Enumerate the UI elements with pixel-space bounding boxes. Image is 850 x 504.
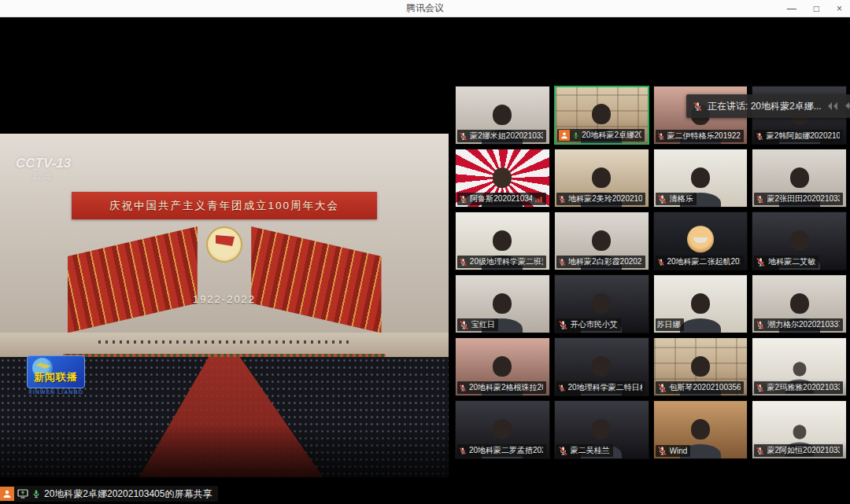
participant-name: 蒙二伊特格乐20192202252: [667, 131, 741, 142]
mic-muted-icon: [459, 194, 468, 204]
participant-tile[interactable]: 地科蒙2白彩霞20202103...: [554, 212, 649, 270]
mic-muted-icon: [558, 320, 568, 330]
participant-label: 阿鲁斯20202103410: [457, 193, 546, 205]
participant-tile[interactable]: 20地科蒙二罗孟措202021...: [455, 400, 550, 459]
mic-muted-icon: [756, 194, 764, 204]
mic-muted-icon: [558, 194, 566, 204]
participant-tile[interactable]: 地科蒙二艾敏: [752, 212, 847, 270]
participant-name: 地科蒙二艾敏: [768, 256, 815, 267]
mic-muted-icon: [657, 383, 667, 393]
mic-muted-icon: [756, 131, 763, 142]
mic-muted-icon: [756, 320, 765, 330]
ceremony-banner: 庆祝中国共产主义青年团成立100周年大会: [72, 192, 377, 219]
participant-tile[interactable]: 宝红日: [455, 274, 550, 333]
screen-share-status-text: 20地科蒙2卓娜20202103405的屏幕共享: [44, 487, 212, 501]
participant-label: 20地科蒙2卓娜20202...: [557, 129, 645, 142]
maximize-button[interactable]: □: [811, 0, 822, 17]
participant-tile[interactable]: Wind: [653, 400, 748, 459]
participant-name: 阿鲁斯20202103410: [470, 193, 532, 204]
speaking-indicator: 正在讲话: 20地科蒙2卓娜...: [686, 94, 850, 118]
forward-arrows-icon[interactable]: [826, 101, 839, 112]
participant-name: 宝红日: [471, 319, 495, 330]
participant-name: 地科蒙2白彩霞20202103...: [568, 256, 641, 267]
participant-name: 蒙2阿如恒20202103379: [767, 445, 840, 456]
mic-muted-icon: [657, 194, 667, 204]
participant-tile[interactable]: 阿鲁斯20202103410: [455, 149, 550, 208]
participant-label: 开心市民小艾: [556, 318, 621, 331]
participant-name: 20地科蒙2卓娜20202...: [582, 130, 641, 141]
participant-label: 包斯琴20202100356: [656, 381, 745, 394]
ceremony-banner-text: 庆祝中国共产主义青年团成立100周年大会: [109, 199, 339, 213]
participant-tile[interactable]: 苏日娜: [653, 274, 748, 333]
window-title: 腾讯会议: [406, 2, 444, 15]
participant-name: 蒙2娜米姐20202103372: [470, 131, 542, 142]
mic-muted-icon: [756, 446, 764, 456]
xinwen-lianbo-logo: 新闻联播 XINWEN LIANBO: [27, 355, 85, 395]
mic-muted-icon: [459, 446, 467, 456]
participant-name: 20地科蒙二罗孟措202021...: [469, 445, 543, 456]
mic-muted-icon: [459, 383, 467, 393]
participant-label: 地科蒙2白彩霞20202103...: [556, 256, 645, 268]
minimize-button[interactable]: —: [784, 0, 800, 17]
participant-label: Wind: [656, 445, 691, 457]
participant-name: 20级地理科学蒙二班浩然: [470, 256, 543, 267]
participant-tile[interactable]: 20地理科学蒙二特日格乐2...: [554, 337, 649, 396]
mic-muted-icon: [459, 320, 469, 330]
meeting-stage: 庆祝中国共产主义青年团成立100周年大会 1922-2022 CCTV-13 新…: [0, 17, 850, 504]
participant-tile[interactable]: 蒙2玛雅雅20202103393: [752, 337, 847, 396]
youth-league-emblem: [206, 226, 242, 263]
xinwen-lianbo-text: 新闻联播: [34, 370, 78, 388]
reply-arrow-icon[interactable]: [844, 101, 850, 112]
participant-label: 苏日娜: [656, 318, 684, 331]
mic-muted-icon: [693, 101, 703, 112]
participant-label: 20地科蒙二罗孟措202021...: [457, 444, 546, 457]
participant-tile[interactable]: 20地科蒙2卓娜20202...: [554, 86, 649, 145]
emblem-years: 1922-2022: [0, 293, 449, 305]
participant-label: 20地科蒙2格根珠拉20192...: [457, 381, 546, 394]
participant-label: 潮力格尔20202103376: [754, 318, 843, 331]
participant-tile[interactable]: 开心市民小艾: [554, 274, 649, 333]
participant-grid: 蒙2娜米姐20202103372: [455, 86, 847, 459]
stage-dais: [0, 333, 449, 357]
cctv-watermark: CCTV-13 新闻: [16, 156, 71, 182]
cctv-watermark-sub: 新闻: [16, 171, 71, 182]
participant-label: 清格乐: [656, 193, 697, 205]
participant-tile[interactable]: 20地科蒙2格根珠拉20192...: [455, 337, 550, 396]
participant-name: 清格乐: [670, 193, 693, 204]
participant-label: 地科蒙2美玲20202103388: [556, 193, 645, 205]
participant-name: 20地科蒙2格根珠拉20192...: [469, 382, 543, 393]
mic-muted-icon: [459, 131, 468, 142]
close-button[interactable]: ×: [833, 0, 845, 17]
participant-tile[interactable]: 蒙二吴桂兰: [554, 400, 649, 459]
participant-name: 潮力格尔20202103376: [767, 319, 840, 330]
mic-muted-icon: [756, 257, 766, 267]
mic-muted-icon: [657, 131, 665, 142]
speaking-indicator-text: 正在讲话: 20地科蒙2卓娜...: [708, 100, 822, 113]
participant-tile[interactable]: 清格乐: [653, 149, 748, 208]
poor-network-icon: [534, 195, 542, 204]
participant-tile[interactable]: 蒙2阿如恒20202103379: [752, 400, 847, 459]
participant-tile[interactable]: 包斯琴20202100356: [653, 337, 748, 396]
participant-label: 地科蒙二艾敏: [754, 256, 819, 268]
participant-name: 包斯琴20202100356: [669, 382, 741, 393]
participant-label: 蒙二吴桂兰: [556, 444, 613, 457]
participant-tile[interactable]: 蒙2娜米姐20202103372: [455, 86, 550, 145]
participant-tile[interactable]: 蒙2张田田20202103395: [752, 149, 847, 208]
participant-tile[interactable]: 20地科蒙二张起航201922...: [653, 212, 748, 270]
participant-label: 蒙2玛雅雅20202103393: [754, 381, 843, 394]
participant-name: 20地理科学蒙二特日格乐2...: [568, 382, 642, 393]
shared-screen-video: 庆祝中国共产主义青年团成立100周年大会 1922-2022 CCTV-13 新…: [0, 134, 449, 477]
participant-tile[interactable]: 地科蒙2美玲20202103388: [554, 149, 649, 208]
participant-tile[interactable]: 20级地理科学蒙二班浩然: [455, 212, 550, 270]
window-titlebar: 腾讯会议 — □ ×: [0, 0, 850, 17]
participant-name: Wind: [670, 447, 688, 455]
participant-tile[interactable]: 潮力格尔20202103376: [752, 274, 847, 333]
participant-label: 蒙2韩阿如娜20202103407: [754, 130, 843, 142]
mic-muted-icon: [558, 383, 566, 393]
participant-name: 地科蒙2美玲20202103388: [568, 193, 641, 204]
mic-muted-icon: [459, 257, 468, 267]
mic-on-icon: [31, 489, 41, 499]
participant-name: 蒙二吴桂兰: [571, 445, 610, 456]
xinwen-lianbo-subtext: XINWEN LIANBO: [27, 389, 85, 395]
mic-muted-icon: [558, 257, 566, 267]
